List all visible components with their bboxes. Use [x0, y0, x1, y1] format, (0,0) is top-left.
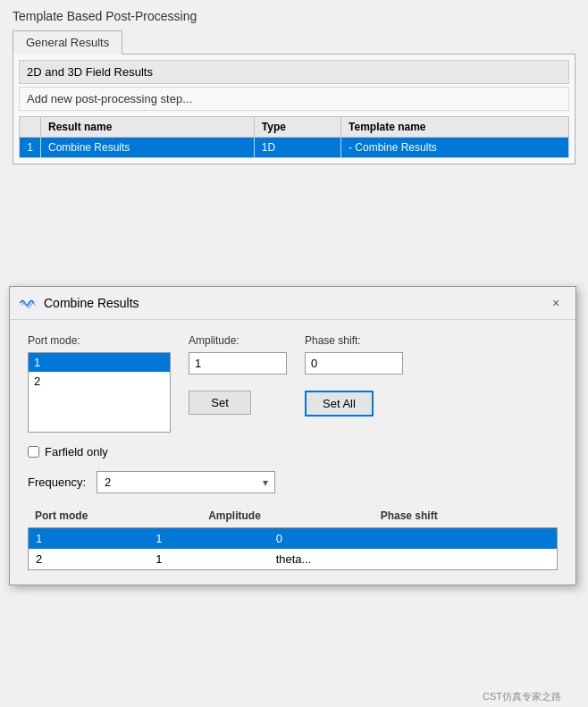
- combine-results-dialog: Combine Results × Port mode: 1 2 Amplitu…: [9, 286, 576, 585]
- results-table: Result name Type Template name 1 Combine…: [19, 116, 569, 158]
- main-window: Template Based Post-Processing General R…: [0, 0, 588, 707]
- port-mode-item-2[interactable]: 2: [29, 372, 170, 391]
- type-cell: 1D: [254, 138, 340, 158]
- amplitude-input[interactable]: [189, 352, 287, 375]
- bottom-amplitude-2: 1: [148, 549, 268, 569]
- row-number: 1: [20, 138, 41, 158]
- close-button[interactable]: ×: [545, 292, 567, 314]
- tab-bar: General Results: [13, 30, 575, 55]
- phase-shift-group: Phase shift: Set All: [305, 334, 403, 417]
- bottom-table-row-2[interactable]: 2 1 theta...: [29, 549, 557, 569]
- col-type: Type: [254, 117, 340, 138]
- set-all-button[interactable]: Set All: [305, 391, 374, 417]
- modal-title-text: Combine Results: [44, 296, 139, 310]
- bottom-port-mode-1: 1: [29, 528, 148, 549]
- col-number: [20, 117, 41, 138]
- phase-shift-input[interactable]: [305, 352, 403, 375]
- add-post-processing-step[interactable]: Add new post-processing step...: [19, 87, 569, 111]
- amplitude-label: Amplitude:: [189, 334, 287, 347]
- frequency-row: Frequency: 1 2 3: [28, 471, 558, 493]
- farfield-checkbox-row: Farfield only: [28, 445, 558, 459]
- table-header-row: Result name Type Template name: [20, 117, 569, 138]
- col-result-name: Result name: [41, 117, 255, 138]
- port-mode-label: Port mode:: [28, 334, 171, 347]
- set-button[interactable]: Set: [189, 391, 251, 415]
- frequency-select[interactable]: 1 2 3: [97, 471, 275, 493]
- section-2d-3d-fields[interactable]: 2D and 3D Field Results: [19, 60, 569, 84]
- port-mode-item-1[interactable]: 1: [29, 353, 170, 372]
- input-fields-row: Port mode: 1 2 Amplitude: Set Pha: [28, 334, 558, 433]
- watermark-text: CST仿真专家之路: [483, 690, 561, 703]
- farfield-label[interactable]: Farfield only: [45, 445, 108, 459]
- bottom-amplitude-1: 1: [148, 528, 268, 549]
- tab-general-results[interactable]: General Results: [13, 30, 122, 55]
- amplitude-group: Amplitude: Set: [189, 334, 287, 415]
- bottom-phase-shift-1: 0: [269, 528, 557, 549]
- col-template-name: Template name: [341, 117, 569, 138]
- frequency-select-wrapper: 1 2 3: [97, 471, 275, 493]
- result-name-cell: Combine Results: [41, 138, 255, 158]
- content-area: 2D and 3D Field Results Add new post-pro…: [13, 55, 575, 164]
- window-title: Template Based Post-Processing: [0, 0, 588, 30]
- bottom-col-amplitude: Amplitude: [201, 506, 373, 526]
- table-row[interactable]: 1 Combine Results 1D - Combine Results: [20, 138, 569, 158]
- phase-shift-label: Phase shift:: [305, 334, 403, 347]
- bottom-phase-shift-2: theta...: [269, 549, 557, 569]
- bottom-table-wrapper: 1 1 0 2 1 theta...: [28, 527, 558, 570]
- modal-titlebar: Combine Results ×: [10, 287, 575, 320]
- bottom-table-body: 1 1 0 2 1 theta...: [29, 528, 557, 569]
- bottom-results-table: Port mode Amplitude Phase shift: [28, 506, 558, 526]
- farfield-checkbox[interactable]: [28, 446, 39, 458]
- port-mode-group: Port mode: 1 2: [28, 334, 171, 433]
- template-name-cell: - Combine Results: [341, 138, 569, 158]
- frequency-label: Frequency:: [28, 476, 86, 489]
- bottom-table-header: Port mode Amplitude Phase shift: [28, 506, 558, 526]
- bottom-col-port-mode: Port mode: [28, 506, 201, 526]
- wave-icon: [19, 296, 37, 310]
- bottom-col-phase-shift: Phase shift: [374, 506, 558, 526]
- modal-title-left: Combine Results: [19, 296, 139, 310]
- bottom-table-row-1[interactable]: 1 1 0: [29, 528, 557, 549]
- modal-body: Port mode: 1 2 Amplitude: Set Pha: [10, 320, 575, 585]
- bottom-port-mode-2: 2: [29, 549, 148, 569]
- port-mode-listbox[interactable]: 1 2: [28, 352, 171, 433]
